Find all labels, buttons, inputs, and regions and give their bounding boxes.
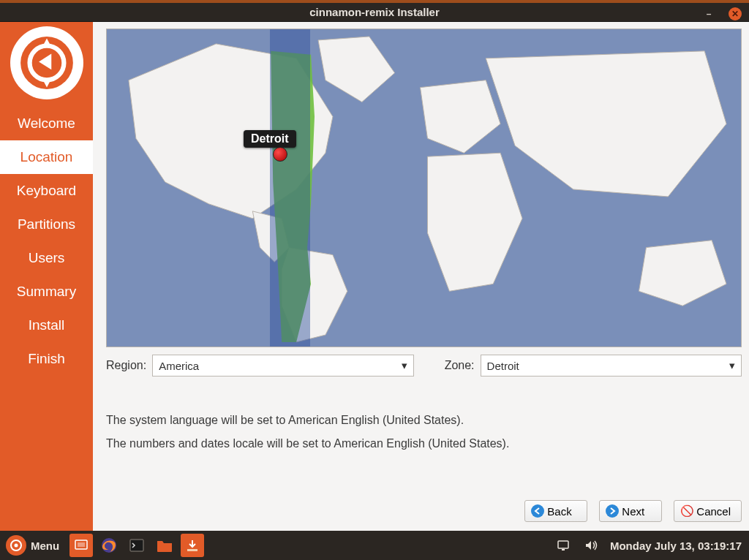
taskbar: Menu Monday July 13, 03:19:17 [0,531,749,560]
chevron-down-icon: ▾ [402,359,407,372]
svg-rect-11 [130,540,143,551]
svg-point-7 [15,544,18,548]
menu-label: Menu [31,540,59,552]
taskbar-files[interactable] [153,534,176,557]
sidebar-step-location[interactable]: Location [0,140,93,174]
menu-button[interactable]: Menu [4,534,65,557]
region-select[interactable]: America ▾ [152,355,413,377]
cancel-button[interactable]: 🚫 Cancel [674,500,742,522]
tray-network[interactable] [552,534,575,557]
distro-logo [10,26,83,99]
sidebar-step-summary[interactable]: Summary [0,275,93,309]
taskbar-firefox[interactable] [97,534,121,557]
svg-rect-15 [562,549,565,550]
panel-clock[interactable]: Monday July 13, 03:19:17 [607,534,745,557]
sidebar-step-finish[interactable]: Finish [0,342,93,376]
taskbar-show-desktop[interactable] [69,534,93,557]
back-button[interactable]: Back [524,500,587,522]
zone-label: Zone: [445,359,475,372]
installer-icon [184,537,200,553]
region-label: Region: [106,359,146,372]
tray-volume[interactable] [579,534,603,557]
window-title: cinnamon-remix Installer [309,6,440,18]
window-close-button[interactable]: ✕ [729,7,742,20]
menu-logo-icon [6,535,26,556]
zone-value: Detroit [487,360,519,372]
timezone-map[interactable]: Detroit [106,29,742,347]
zone-select[interactable]: Detroit ▾ [481,355,742,377]
volume-icon [584,538,598,553]
next-label: Next [622,505,644,518]
window-minimize-button[interactable]: – [702,7,715,20]
firefox-icon [100,537,118,554]
region-value: America [159,360,199,372]
sidebar: Welcome Location Keyboard Partitions Use… [0,22,93,531]
chevron-down-icon: ▾ [729,359,735,372]
region-zone-row: Region: America ▾ Zone: Detroit ▾ [106,355,742,377]
cinnamon-logo-icon [18,34,75,91]
network-icon [556,538,571,553]
arrow-right-icon [606,504,619,518]
taskbar-terminal[interactable] [125,534,148,557]
next-button[interactable]: Next [599,500,662,522]
world-map-icon [107,29,741,347]
locale-language-line: The system language will be set to Ameri… [106,409,742,432]
cancel-label: Cancel [696,505,731,518]
desktop-icon [73,537,89,553]
sidebar-step-users[interactable]: Users [0,241,93,275]
folder-icon [156,537,173,553]
sidebar-step-keyboard[interactable]: Keyboard [0,174,93,208]
cancel-icon: 🚫 [680,504,693,518]
back-label: Back [547,505,571,518]
main-content: Detroit Region: America ▾ Zone: Detroit … [93,22,749,531]
arrow-left-icon [531,504,544,518]
location-pin-icon[interactable] [273,147,287,162]
terminal-icon [129,537,145,553]
nav-buttons: Back Next 🚫 Cancel [106,485,742,522]
sidebar-step-welcome[interactable]: Welcome [0,107,93,140]
pin-city-label: Detroit [244,130,296,148]
taskbar-installer[interactable] [181,534,204,557]
window-titlebar: cinnamon-remix Installer – ✕ [0,0,749,22]
locale-numbers-line: The numbers and dates locale will be set… [106,432,742,455]
svg-rect-13 [187,549,197,551]
installer-body: Welcome Location Keyboard Partitions Use… [0,22,749,531]
svg-rect-9 [78,542,85,547]
sidebar-step-install[interactable]: Install [0,309,93,342]
svg-rect-14 [558,541,568,548]
sidebar-step-partitions[interactable]: Partitions [0,208,93,241]
locale-info: The system language will be set to Ameri… [106,409,742,455]
timezone-band [270,29,310,347]
